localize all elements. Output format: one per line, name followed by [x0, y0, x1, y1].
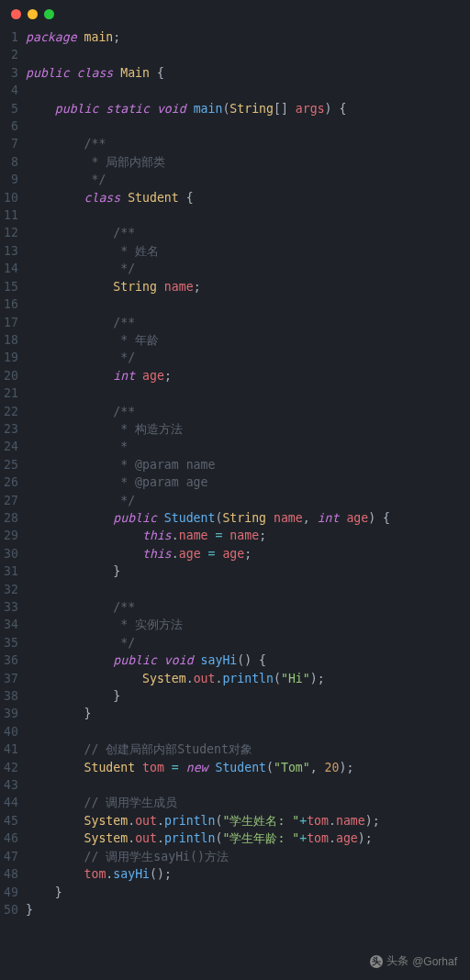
line-number: 11	[0, 206, 26, 224]
line-number: 43	[0, 776, 26, 794]
code-content: System.out.println("Hi");	[26, 670, 325, 687]
code-line: 7 /**	[0, 135, 470, 152]
code-content: // 调用学生sayHi()方法	[26, 848, 229, 865]
code-line: 12 /**	[0, 224, 470, 241]
code-content: * 实例方法	[26, 616, 183, 633]
code-line: 41 // 创建局部内部Student对象	[0, 741, 470, 758]
watermark-icon: 头	[370, 955, 383, 968]
code-line: 29 this.name = name;	[0, 527, 470, 544]
code-line: 6	[0, 117, 470, 135]
code-content: // 调用学生成员	[26, 794, 177, 811]
line-number: 3	[0, 64, 26, 82]
code-content: int age;	[26, 367, 172, 384]
code-content: */	[26, 349, 135, 366]
code-content: * @param age	[26, 473, 208, 491]
line-number: 1	[0, 28, 26, 46]
close-dot-icon[interactable]	[11, 9, 21, 19]
code-content: * 年龄	[26, 331, 159, 349]
code-editor[interactable]: 1package main;23public class Main {45 pu…	[0, 25, 470, 926]
line-number: 12	[0, 224, 26, 241]
code-line: 28 public Student(String name, int age) …	[0, 509, 470, 527]
code-content: String name;	[26, 278, 201, 295]
code-line: 44 // 调用学生成员	[0, 794, 470, 811]
code-content: this.name = name;	[26, 527, 266, 544]
code-line: 3public class Main {	[0, 64, 470, 82]
line-number: 13	[0, 242, 26, 260]
line-number: 29	[0, 527, 26, 544]
code-content: public static void main(String[] args) {	[26, 100, 346, 117]
code-content: /**	[26, 224, 135, 241]
code-line: 14 */	[0, 260, 470, 277]
code-line: 16	[0, 295, 470, 313]
line-number: 37	[0, 670, 26, 687]
code-line: 40	[0, 723, 470, 741]
line-number: 7	[0, 135, 26, 152]
code-line: 9 */	[0, 171, 470, 188]
code-line: 46 System.out.println("学生年龄: "+tom.age);	[0, 830, 470, 847]
code-content: /**	[26, 135, 106, 152]
code-line: 24 *	[0, 438, 470, 455]
code-line: 43	[0, 776, 470, 794]
code-line: 35 */	[0, 634, 470, 651]
code-line: 25 * @param name	[0, 456, 470, 473]
watermark-handle: @Gorhaf	[412, 955, 457, 968]
code-content: }	[26, 705, 91, 722]
line-number: 46	[0, 830, 26, 847]
code-line: 38 }	[0, 687, 470, 705]
code-content: class Student {	[26, 189, 194, 206]
code-line: 30 this.age = age;	[0, 545, 470, 562]
code-line: 11	[0, 206, 470, 224]
line-number: 21	[0, 384, 26, 402]
code-line: 22 /**	[0, 403, 470, 420]
line-number: 45	[0, 812, 26, 830]
line-number: 8	[0, 153, 26, 171]
code-line: 49 }	[0, 884, 470, 901]
line-number: 33	[0, 598, 26, 616]
code-content: /**	[26, 598, 135, 616]
code-line: 10 class Student {	[0, 189, 470, 206]
code-content: this.age = age;	[26, 545, 252, 562]
line-number: 19	[0, 349, 26, 366]
code-content: */	[26, 260, 135, 277]
code-line: 19 */	[0, 349, 470, 366]
code-line: 31 }	[0, 562, 470, 580]
line-number: 48	[0, 865, 26, 883]
code-content: * 局部内部类	[26, 153, 165, 171]
code-line: 23 * 构造方法	[0, 420, 470, 438]
line-number: 36	[0, 651, 26, 669]
watermark-prefix: 头条	[386, 953, 408, 969]
code-content: }	[26, 562, 120, 580]
line-number: 22	[0, 403, 26, 420]
line-number: 30	[0, 545, 26, 562]
code-content: tom.sayHi();	[26, 865, 172, 883]
line-number: 15	[0, 278, 26, 295]
code-content: */	[26, 634, 135, 651]
line-number: 14	[0, 260, 26, 277]
code-line: 18 * 年龄	[0, 331, 470, 349]
code-line: 50}	[0, 901, 470, 919]
code-content: public void sayHi() {	[26, 651, 266, 669]
code-line: 5 public static void main(String[] args)…	[0, 100, 470, 117]
line-number: 41	[0, 741, 26, 758]
line-number: 32	[0, 581, 26, 598]
code-line: 34 * 实例方法	[0, 616, 470, 633]
code-content: * 构造方法	[26, 420, 183, 438]
code-content: }	[26, 901, 33, 919]
line-number: 40	[0, 723, 26, 741]
code-content: * @param name	[26, 456, 215, 473]
minimize-dot-icon[interactable]	[28, 9, 38, 19]
code-line: 17 /**	[0, 314, 470, 331]
code-content: *	[26, 438, 128, 455]
line-number: 42	[0, 759, 26, 776]
code-line: 47 // 调用学生sayHi()方法	[0, 848, 470, 865]
code-line: 21	[0, 384, 470, 402]
code-content: /**	[26, 314, 135, 331]
code-line: 45 System.out.println("学生姓名: "+tom.name)…	[0, 812, 470, 830]
code-content: */	[26, 171, 106, 188]
line-number: 20	[0, 367, 26, 384]
code-content: */	[26, 492, 135, 509]
line-number: 28	[0, 509, 26, 527]
line-number: 25	[0, 456, 26, 473]
line-number: 38	[0, 687, 26, 705]
maximize-dot-icon[interactable]	[44, 9, 54, 19]
